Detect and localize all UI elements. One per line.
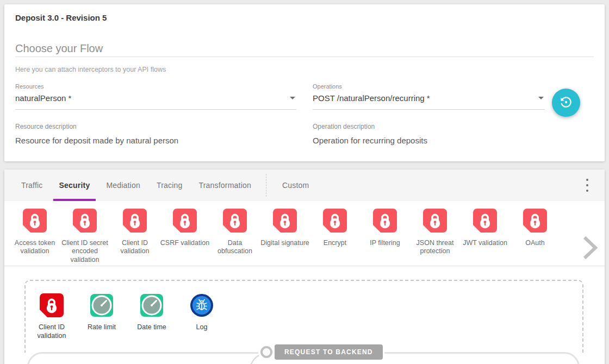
kebab-menu-icon[interactable] <box>582 179 593 192</box>
lock-icon <box>473 209 497 233</box>
palette-interceptor-label: CSRF validation <box>160 239 209 247</box>
attached-interceptors: Client ID validation Rate limit <box>27 293 227 340</box>
interceptor-category-tab[interactable]: Transformation <box>190 170 259 201</box>
resources-selected-option: naturalPerson * <box>15 93 71 103</box>
lock-icon <box>523 209 547 233</box>
lock-icon <box>40 293 64 317</box>
palette-interceptor[interactable]: Access token validation <box>10 209 60 264</box>
interceptors-card: Traffic Security Mediation Tracing Trans… <box>4 170 605 364</box>
bug-icon <box>190 293 214 317</box>
chevron-down-icon <box>538 97 544 99</box>
chevron-down-icon <box>290 97 295 99</box>
resources-value[interactable]: naturalPerson * <box>15 93 296 110</box>
attached-interceptor[interactable]: Date time <box>127 293 177 340</box>
gauge-icon <box>140 293 164 317</box>
palette-interceptor-label: Client ID secret encoded validation <box>60 239 110 264</box>
interceptor-palette: Access token validation Client ID secret… <box>4 201 605 266</box>
palette-interceptor[interactable]: Encrypt <box>310 209 360 264</box>
tab-label: Mediation <box>106 181 140 190</box>
palette-interceptor[interactable]: Digital signature <box>260 209 310 264</box>
interceptor-category-tab[interactable]: Security <box>51 170 98 201</box>
palette-interceptor[interactable]: Data obfuscation <box>210 209 260 264</box>
palette-interceptor-label: Encrypt <box>324 239 346 247</box>
chevron-right-icon[interactable] <box>582 236 598 261</box>
resource-description: Resource description Resource for deposi… <box>15 123 178 145</box>
lock-icon <box>223 209 247 233</box>
palette-interceptor[interactable]: Client ID validation <box>110 209 160 264</box>
palette-items: Access token validation Client ID secret… <box>10 209 560 264</box>
palette-interceptor-label: OAuth <box>525 239 544 247</box>
lock-icon <box>173 209 197 233</box>
api-revision-card: Deposit 3.0 - Revision 5 Choose your Flo… <box>4 4 605 161</box>
operations-select[interactable]: Operations POST /naturalPerson/recurring… <box>313 83 545 110</box>
api-title: Deposit 3.0 - Revision 5 <box>15 13 107 22</box>
section-divider <box>15 57 594 57</box>
palette-interceptor-label: IP filtering <box>370 239 400 247</box>
palette-interceptor[interactable]: OAuth <box>510 209 560 264</box>
attached-interceptor[interactable]: Log <box>177 293 227 340</box>
attached-interceptor-label: Log <box>196 323 208 332</box>
palette-interceptor[interactable]: CSRF validation <box>160 209 210 264</box>
attached-interceptor[interactable]: Rate limit <box>77 293 127 340</box>
palette-interceptor[interactable]: JSON threat protection <box>410 209 460 264</box>
palette-interceptor[interactable]: JWT validation <box>460 209 510 264</box>
resources-select[interactable]: Resources naturalPerson * <box>15 83 296 110</box>
tab-label: Tracing <box>157 181 183 190</box>
attached-interceptor-label: Date time <box>137 323 166 332</box>
palette-interceptor[interactable]: Client ID secret encoded validation <box>60 209 110 264</box>
interceptor-category-tab[interactable]: Tracing <box>148 170 191 201</box>
palette-interceptor-label: Digital signature <box>260 239 309 247</box>
resource-description-label: Resource description <box>15 123 178 130</box>
tab-label: Transformation <box>198 181 251 190</box>
resource-description-value: Resource for deposit made by natural per… <box>15 136 178 145</box>
lock-icon <box>73 209 97 233</box>
lock-icon <box>423 209 447 233</box>
interceptor-tabs: Traffic Security Mediation Tracing Trans… <box>4 170 605 201</box>
tab-group-divider <box>266 174 266 197</box>
interceptor-category-tab[interactable]: Traffic <box>13 170 51 201</box>
operations-value[interactable]: POST /naturalPerson/recurring * <box>313 93 545 110</box>
lock-icon <box>373 209 397 233</box>
palette-interceptor-label: JSON threat protection <box>410 239 460 256</box>
palette-interceptor-label: Data obfuscation <box>210 239 260 256</box>
attached-interceptor[interactable]: Client ID validation <box>27 293 77 340</box>
request-to-backend-badge: REQUEST TO BACKEND <box>275 344 383 360</box>
operations-selected-option: POST /naturalPerson/recurring * <box>313 93 430 103</box>
palette-interceptor[interactable]: IP filtering <box>360 209 410 264</box>
operation-description-value: Operation for recurring deposits <box>313 136 427 145</box>
resources-label: Resources <box>15 83 296 90</box>
lock-icon <box>273 209 297 233</box>
tab-label: Security <box>59 181 90 190</box>
gauge-icon <box>90 293 114 317</box>
tab-label: Custom <box>282 181 309 190</box>
interceptor-category-tab[interactable]: Custom <box>274 170 317 201</box>
section-title: Choose your Flow <box>15 42 103 55</box>
palette-interceptor-label: JWT validation <box>463 239 507 247</box>
palette-interceptor-label: Client ID validation <box>110 239 160 256</box>
section-subtitle: Here you can attach interceptors to your… <box>15 66 166 73</box>
restore-icon <box>559 95 573 111</box>
lock-icon <box>323 209 347 233</box>
operation-description: Operation description Operation for recu… <box>313 123 427 145</box>
lock-icon <box>23 209 47 233</box>
operation-description-label: Operation description <box>313 123 427 130</box>
attached-interceptor-label: Client ID validation <box>27 323 77 340</box>
palette-interceptor-label: Access token validation <box>10 239 60 256</box>
tab-label: Traffic <box>21 181 43 190</box>
flow-node[interactable] <box>260 346 272 358</box>
flow-canvas: Client ID validation Rate limit <box>4 266 605 364</box>
attached-interceptor-label: Rate limit <box>88 323 116 332</box>
lock-icon <box>123 209 147 233</box>
interceptor-category-tab[interactable]: Mediation <box>98 170 148 201</box>
operations-label: Operations <box>313 83 545 90</box>
restore-flow-button[interactable] <box>552 89 580 117</box>
